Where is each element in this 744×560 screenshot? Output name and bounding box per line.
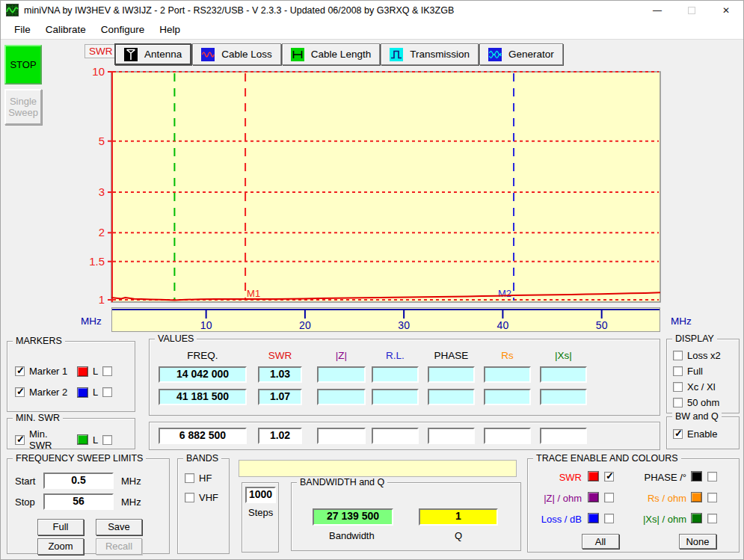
trace-loss-swatch[interactable] [588,513,599,523]
trace-xs-swatch[interactable] [691,513,702,523]
min-swr-z-value [317,428,366,444]
stop-frequency-input[interactable]: 56 [43,493,114,510]
steps-input[interactable]: 1000 [245,487,276,503]
svg-text:2: 2 [99,226,105,239]
xc-xl-label: Xc / Xl [687,381,716,393]
marker2-z-value [317,389,366,405]
display-group: DISPLAY Loss x2 Full Xc / Xl 50 ohm [666,339,740,413]
marker2-label: Marker 2 [29,387,73,398]
single-sweep-button[interactable]: Single Sweep [4,89,42,125]
svg-text:40: 40 [497,319,509,331]
bandwidth-label: Bandwidth [329,530,375,541]
no-traces-button[interactable]: None [679,534,716,549]
trace-swr-swatch[interactable] [588,471,599,481]
app-icon [6,4,19,16]
start-unit-label: MHz [121,476,141,487]
min-swr-color-swatch[interactable] [77,434,88,445]
svg-text:1.5: 1.5 [89,255,105,268]
marker1-swr-value: 1.03 [258,366,302,383]
tab-cable-length[interactable]: Cable Length [282,43,380,65]
trace-rs-swatch[interactable] [691,492,702,502]
tab-antenna[interactable]: Antenna [114,43,191,65]
hf-label: HF [199,473,212,484]
close-button[interactable]: ✕ [709,1,743,19]
marker2-lock-checkbox[interactable] [102,387,112,397]
values-header-z: |Z| [317,350,366,361]
min-swr-xs-value [540,428,587,444]
xc-xl-checkbox[interactable] [673,382,683,392]
trace-swr-label: SWR [532,472,582,483]
min-swr-group-title: MIN. SWR [13,413,63,423]
svg-text:30: 30 [398,319,410,331]
bw-q-enable-checkbox[interactable] [673,429,683,439]
values-header-freq: FREQ. [159,350,247,361]
maximize-button[interactable] [674,1,709,19]
steps-label: Steps [248,507,273,518]
minimize-button[interactable]: — [640,1,674,19]
chart-plot[interactable]: 105321.51M1M2 [79,67,662,306]
trace-enable-title: TRACE ENABLE AND COLOURS [533,453,681,464]
swr-chart[interactable]: 105321.51M1M2 [79,67,662,306]
marker1-color-swatch[interactable] [77,366,88,377]
trace-loss-label: Loss / dB [532,514,582,525]
tab-strip: Antenna Cable Loss Cable Length Transmis… [114,43,564,65]
menu-file[interactable]: File [7,21,38,38]
marker2-checkbox[interactable] [15,387,25,397]
svg-text:50: 50 [596,319,608,331]
stop-button[interactable]: STOP [4,45,42,84]
marker1-xs-value [540,366,587,383]
fifty-ohm-checkbox[interactable] [673,398,683,407]
bandwidth-q-group: BANDWIDTH and Q 27 139 500 Bandwidth 1 Q [291,482,521,551]
all-traces-button[interactable]: All [582,534,619,549]
minivna-window: miniVNA by IW3HEV & IW3IJZ - 2 Port - RS… [0,0,744,560]
menu-help[interactable]: Help [152,21,188,38]
markers-group: MARKERS Marker 1 L Marker 2 L [7,341,135,412]
marker1-checkbox[interactable] [15,366,25,376]
recall-button[interactable]: Recall [96,538,142,555]
full-button[interactable]: Full [37,519,84,535]
maximize-icon [688,7,695,14]
q-value: 1 [419,508,498,526]
title-bar: miniVNA by IW3HEV & IW3IJZ - 2 Port - RS… [1,1,743,19]
bands-group: BANDS HF VHF [177,458,230,554]
q-label: Q [455,530,462,541]
loss-x2-checkbox[interactable] [673,351,683,360]
marker2-color-swatch[interactable] [77,387,88,398]
min-swr-rs-value [484,428,531,444]
hf-checkbox[interactable] [185,473,194,483]
zoom-button[interactable]: Zoom [37,538,84,555]
marker1-lock-checkbox[interactable] [102,366,112,376]
min-swr-group: MIN. SWR Min. SWR L [7,418,135,449]
min-swr-lock-label: L [93,434,98,446]
loss-x2-label: Loss x2 [687,350,721,361]
trace-phase-checkbox[interactable] [707,472,717,481]
tab-generator[interactable]: Generator [479,43,563,65]
menu-configure[interactable]: Configure [93,21,153,38]
sweep-limits-title: FREQUENCY SWEEP LIMITS [13,453,146,464]
menu-calibrate[interactable]: Calibrate [38,21,93,38]
mode-badge-swr: SWR [84,44,117,58]
bandwidth-value: 27 139 500 [313,508,393,526]
tab-transmission[interactable]: Transmission [381,43,479,65]
trace-xs-checkbox[interactable] [707,514,717,523]
trace-rs-checkbox[interactable] [707,493,717,502]
marker1-phase-value [428,366,475,383]
vhf-checkbox[interactable] [185,493,194,502]
transmission-icon [390,48,403,61]
start-frequency-input[interactable]: 0.5 [43,473,114,489]
trace-z-checkbox[interactable] [604,493,614,502]
trace-z-swatch[interactable] [588,492,599,502]
trace-phase-swatch[interactable] [691,471,702,481]
trace-loss-checkbox[interactable] [604,514,614,523]
min-swr-phase-value [428,428,475,444]
min-swr-swr-value: 1.02 [258,428,302,444]
trace-swr-checkbox[interactable] [604,472,614,481]
tab-cable-loss[interactable]: Cable Loss [192,43,281,65]
cable-loss-icon [201,48,215,61]
save-button[interactable]: Save [96,519,142,535]
min-swr-lock-checkbox[interactable] [102,435,112,445]
min-swr-freq-value: 6 882 500 [159,428,247,444]
marker2-freq-value: 41 181 500 [159,389,247,405]
min-swr-checkbox[interactable] [15,435,25,445]
full-display-checkbox[interactable] [673,366,683,376]
